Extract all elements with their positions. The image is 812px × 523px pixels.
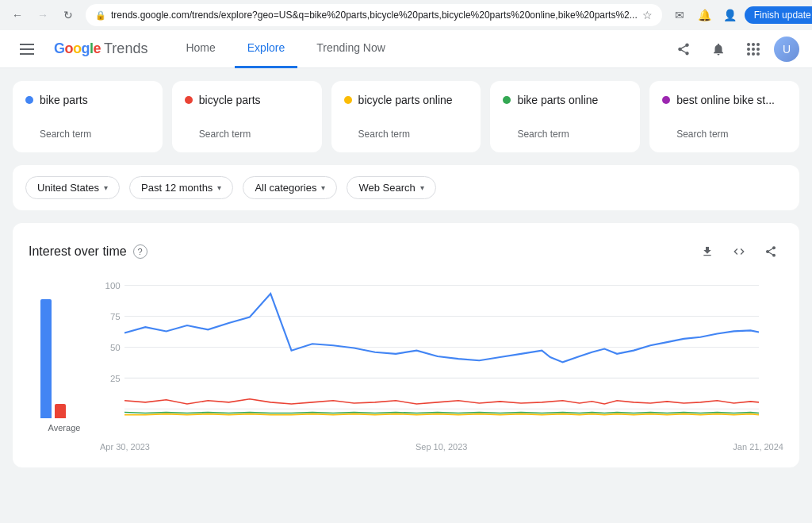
term-name-3: bike parts online [517, 94, 598, 106]
back-button[interactable]: ← [6, 4, 29, 26]
search-terms-row: bike parts Search term bicycle parts Sea… [13, 81, 799, 152]
finish-update-label: Finish update [754, 10, 811, 21]
x-label-1: Sep 10, 2023 [416, 442, 467, 452]
section-header: Interest over time ? [29, 239, 783, 264]
time-filter-label: Past 12 months [141, 182, 213, 194]
chart-container: Average 100 75 50 25 [29, 277, 783, 452]
svg-text:25: 25 [110, 374, 121, 383]
embed-icon [733, 245, 745, 258]
x-label-2: Jan 21, 2024 [733, 442, 783, 452]
term-header-1: bicycle parts [185, 94, 309, 106]
bar-fill-red [55, 404, 66, 418]
time-filter-button[interactable]: Past 12 months ▾ [129, 176, 233, 199]
share-icon [676, 42, 691, 56]
svg-rect-2 [20, 53, 34, 55]
filters-row: United States ▾ Past 12 months ▾ All cat… [13, 165, 799, 210]
section-title-area: Interest over time ? [29, 244, 147, 259]
forward-button[interactable]: → [32, 4, 54, 26]
x-label-0: Apr 30, 2023 [100, 442, 150, 452]
section-title: Interest over time [29, 244, 127, 259]
term-type-0: Search term [25, 129, 150, 140]
svg-rect-0 [20, 44, 34, 45]
share-chart-button[interactable] [758, 239, 783, 264]
chart-main: 100 75 50 25 Apr 30, 2 [100, 277, 783, 452]
average-label: Average [48, 423, 81, 433]
help-icon[interactable]: ? [133, 244, 147, 259]
category-filter-button[interactable]: All categories ▾ [243, 176, 337, 199]
logo-area: Google Trends [54, 40, 147, 57]
search-term-card-2: bicycle parts online Search term [331, 81, 481, 152]
bell-icon [711, 42, 726, 56]
download-icon [701, 245, 714, 258]
geo-filter-button[interactable]: United States ▾ [25, 176, 120, 199]
term-header-2: bicycle parts online [344, 94, 469, 106]
term-type-4: Search term [662, 129, 787, 140]
embed-button[interactable] [726, 239, 752, 264]
term-header-3: bike parts online [503, 94, 627, 106]
nav-trending-now[interactable]: Trending Now [304, 30, 398, 68]
apps-grid-button[interactable] [739, 35, 768, 63]
time-chevron-icon: ▾ [217, 183, 221, 192]
google-logo: Google [54, 40, 101, 57]
term-name-0: bike parts [40, 94, 88, 106]
bar-item-red [55, 404, 66, 418]
app-header: Google Trends Home Explore Trending Now [0, 30, 812, 68]
hamburger-icon [20, 44, 34, 55]
main-content: bike parts Search term bicycle parts Sea… [0, 68, 812, 480]
category-chevron-icon: ▾ [321, 183, 325, 192]
search-term-card-1: bicycle parts Search term [172, 81, 322, 152]
browser-toolbar: ← → ↻ 🔒 trends.google.com/trends/explore… [0, 0, 812, 30]
mail-icon-btn[interactable]: ✉ [668, 4, 691, 26]
nav-buttons: ← → ↻ [6, 4, 79, 26]
geo-chevron-icon: ▾ [104, 183, 108, 192]
toolbar-icons: ✉ 🔔 👤 Finish update ⋮ [668, 4, 812, 26]
term-dot-0 [25, 96, 33, 104]
term-dot-3 [503, 96, 511, 104]
term-header-0: bike parts [25, 94, 150, 106]
download-button[interactable] [695, 239, 720, 264]
browser-chrome: ← → ↻ 🔒 trends.google.com/trends/explore… [0, 0, 812, 30]
svg-text:50: 50 [110, 343, 121, 352]
average-bar-chart [40, 291, 88, 418]
header-actions: U [669, 35, 799, 63]
profile-icon-btn[interactable]: 👤 [719, 4, 741, 26]
chart-left: Average [29, 277, 100, 452]
term-dot-2 [344, 96, 352, 104]
hamburger-button[interactable] [13, 35, 41, 63]
x-axis-labels: Apr 30, 2023 Sep 10, 2023 Jan 21, 2024 [100, 439, 783, 452]
term-type-3: Search term [503, 129, 627, 140]
nav-links: Home Explore Trending Now [173, 30, 657, 68]
notifications-icon-btn[interactable]: 🔔 [694, 4, 716, 26]
bar-item-blue [40, 299, 52, 418]
geo-filter-label: United States [37, 182, 99, 194]
address-bar[interactable]: 🔒 trends.google.com/trends/explore?geo=U… [86, 4, 662, 26]
notifications-header-button[interactable] [704, 35, 733, 63]
search-type-chevron-icon: ▾ [420, 183, 424, 192]
reload-button[interactable]: ↻ [57, 4, 79, 26]
search-type-filter-label: Web Search [358, 182, 415, 194]
share-chart-icon [764, 245, 777, 258]
term-header-4: best online bike st... [662, 94, 787, 106]
svg-rect-1 [20, 48, 34, 50]
share-button[interactable] [669, 35, 698, 63]
avatar[interactable]: U [774, 37, 799, 62]
term-name-1: bicycle parts [199, 94, 261, 106]
finish-update-button[interactable]: Finish update [745, 6, 812, 24]
term-name-4: best online bike st... [676, 94, 775, 106]
svg-text:100: 100 [105, 281, 120, 290]
product-name: Trends [104, 40, 147, 57]
lock-icon: 🔒 [95, 10, 106, 21]
search-term-card-3: bike parts online Search term [490, 81, 640, 152]
term-dot-1 [185, 96, 193, 104]
term-type-2: Search term [344, 129, 469, 140]
search-type-filter-button[interactable]: Web Search ▾ [347, 176, 435, 199]
term-dot-4 [662, 96, 670, 104]
search-term-card-0: bike parts Search term [13, 81, 163, 152]
interest-section: Interest over time ? [13, 223, 799, 467]
bookmark-icon: ☆ [642, 9, 653, 21]
term-name-2: bicycle parts online [358, 94, 453, 106]
svg-text:75: 75 [110, 312, 121, 321]
nav-home[interactable]: Home [173, 30, 228, 68]
nav-explore[interactable]: Explore [235, 30, 297, 68]
url-text: trends.google.com/trends/explore?geo=US&… [111, 10, 638, 21]
